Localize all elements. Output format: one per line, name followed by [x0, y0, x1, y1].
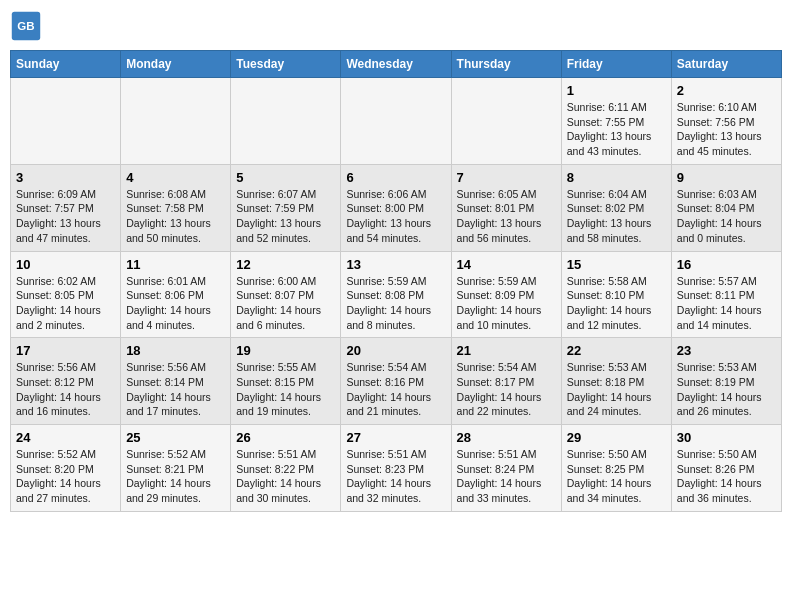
calendar-cell: 14Sunrise: 5:59 AM Sunset: 8:09 PM Dayli…: [451, 251, 561, 338]
day-number: 11: [126, 257, 225, 272]
week-row-5: 24Sunrise: 5:52 AM Sunset: 8:20 PM Dayli…: [11, 425, 782, 512]
calendar-cell: 4Sunrise: 6:08 AM Sunset: 7:58 PM Daylig…: [121, 164, 231, 251]
calendar-cell: 10Sunrise: 6:02 AM Sunset: 8:05 PM Dayli…: [11, 251, 121, 338]
week-row-1: 1Sunrise: 6:11 AM Sunset: 7:55 PM Daylig…: [11, 78, 782, 165]
calendar-cell: [11, 78, 121, 165]
calendar-body: 1Sunrise: 6:11 AM Sunset: 7:55 PM Daylig…: [11, 78, 782, 512]
page-header: GB: [10, 10, 782, 42]
day-info: Sunrise: 5:59 AM Sunset: 8:09 PM Dayligh…: [457, 274, 556, 333]
day-number: 27: [346, 430, 445, 445]
day-number: 17: [16, 343, 115, 358]
day-info: Sunrise: 6:04 AM Sunset: 8:02 PM Dayligh…: [567, 187, 666, 246]
calendar-cell: 17Sunrise: 5:56 AM Sunset: 8:12 PM Dayli…: [11, 338, 121, 425]
calendar-cell: 29Sunrise: 5:50 AM Sunset: 8:25 PM Dayli…: [561, 425, 671, 512]
day-info: Sunrise: 6:00 AM Sunset: 8:07 PM Dayligh…: [236, 274, 335, 333]
day-info: Sunrise: 5:57 AM Sunset: 8:11 PM Dayligh…: [677, 274, 776, 333]
day-info: Sunrise: 5:51 AM Sunset: 8:22 PM Dayligh…: [236, 447, 335, 506]
day-number: 23: [677, 343, 776, 358]
calendar-cell: 16Sunrise: 5:57 AM Sunset: 8:11 PM Dayli…: [671, 251, 781, 338]
day-info: Sunrise: 5:53 AM Sunset: 8:19 PM Dayligh…: [677, 360, 776, 419]
calendar-cell: 28Sunrise: 5:51 AM Sunset: 8:24 PM Dayli…: [451, 425, 561, 512]
day-number: 8: [567, 170, 666, 185]
day-info: Sunrise: 5:55 AM Sunset: 8:15 PM Dayligh…: [236, 360, 335, 419]
day-info: Sunrise: 6:08 AM Sunset: 7:58 PM Dayligh…: [126, 187, 225, 246]
calendar-cell: 11Sunrise: 6:01 AM Sunset: 8:06 PM Dayli…: [121, 251, 231, 338]
weekday-header-row: SundayMondayTuesdayWednesdayThursdayFrid…: [11, 51, 782, 78]
calendar-cell: 18Sunrise: 5:56 AM Sunset: 8:14 PM Dayli…: [121, 338, 231, 425]
calendar-cell: 3Sunrise: 6:09 AM Sunset: 7:57 PM Daylig…: [11, 164, 121, 251]
calendar-cell: 9Sunrise: 6:03 AM Sunset: 8:04 PM Daylig…: [671, 164, 781, 251]
day-info: Sunrise: 5:56 AM Sunset: 8:12 PM Dayligh…: [16, 360, 115, 419]
day-number: 12: [236, 257, 335, 272]
day-number: 13: [346, 257, 445, 272]
calendar-table: SundayMondayTuesdayWednesdayThursdayFrid…: [10, 50, 782, 512]
calendar-cell: 27Sunrise: 5:51 AM Sunset: 8:23 PM Dayli…: [341, 425, 451, 512]
calendar-cell: [341, 78, 451, 165]
day-info: Sunrise: 5:52 AM Sunset: 8:20 PM Dayligh…: [16, 447, 115, 506]
calendar-cell: 7Sunrise: 6:05 AM Sunset: 8:01 PM Daylig…: [451, 164, 561, 251]
logo-icon: GB: [10, 10, 42, 42]
day-number: 14: [457, 257, 556, 272]
day-info: Sunrise: 6:01 AM Sunset: 8:06 PM Dayligh…: [126, 274, 225, 333]
day-info: Sunrise: 6:10 AM Sunset: 7:56 PM Dayligh…: [677, 100, 776, 159]
day-number: 6: [346, 170, 445, 185]
weekday-friday: Friday: [561, 51, 671, 78]
calendar-cell: 8Sunrise: 6:04 AM Sunset: 8:02 PM Daylig…: [561, 164, 671, 251]
weekday-saturday: Saturday: [671, 51, 781, 78]
calendar-cell: 30Sunrise: 5:50 AM Sunset: 8:26 PM Dayli…: [671, 425, 781, 512]
calendar-cell: 1Sunrise: 6:11 AM Sunset: 7:55 PM Daylig…: [561, 78, 671, 165]
day-info: Sunrise: 5:56 AM Sunset: 8:14 PM Dayligh…: [126, 360, 225, 419]
day-number: 10: [16, 257, 115, 272]
day-number: 26: [236, 430, 335, 445]
weekday-tuesday: Tuesday: [231, 51, 341, 78]
calendar-cell: 13Sunrise: 5:59 AM Sunset: 8:08 PM Dayli…: [341, 251, 451, 338]
day-number: 22: [567, 343, 666, 358]
calendar-cell: 19Sunrise: 5:55 AM Sunset: 8:15 PM Dayli…: [231, 338, 341, 425]
calendar-cell: 6Sunrise: 6:06 AM Sunset: 8:00 PM Daylig…: [341, 164, 451, 251]
day-number: 1: [567, 83, 666, 98]
day-number: 18: [126, 343, 225, 358]
day-number: 30: [677, 430, 776, 445]
day-number: 29: [567, 430, 666, 445]
day-number: 25: [126, 430, 225, 445]
weekday-monday: Monday: [121, 51, 231, 78]
day-number: 20: [346, 343, 445, 358]
day-info: Sunrise: 6:03 AM Sunset: 8:04 PM Dayligh…: [677, 187, 776, 246]
day-number: 24: [16, 430, 115, 445]
day-info: Sunrise: 5:54 AM Sunset: 8:17 PM Dayligh…: [457, 360, 556, 419]
day-number: 19: [236, 343, 335, 358]
day-info: Sunrise: 5:51 AM Sunset: 8:23 PM Dayligh…: [346, 447, 445, 506]
day-info: Sunrise: 5:58 AM Sunset: 8:10 PM Dayligh…: [567, 274, 666, 333]
day-info: Sunrise: 6:02 AM Sunset: 8:05 PM Dayligh…: [16, 274, 115, 333]
day-info: Sunrise: 6:07 AM Sunset: 7:59 PM Dayligh…: [236, 187, 335, 246]
calendar-cell: 21Sunrise: 5:54 AM Sunset: 8:17 PM Dayli…: [451, 338, 561, 425]
calendar-cell: [231, 78, 341, 165]
day-number: 15: [567, 257, 666, 272]
calendar-cell: 12Sunrise: 6:00 AM Sunset: 8:07 PM Dayli…: [231, 251, 341, 338]
day-number: 2: [677, 83, 776, 98]
day-info: Sunrise: 6:09 AM Sunset: 7:57 PM Dayligh…: [16, 187, 115, 246]
day-number: 3: [16, 170, 115, 185]
day-info: Sunrise: 5:50 AM Sunset: 8:25 PM Dayligh…: [567, 447, 666, 506]
week-row-2: 3Sunrise: 6:09 AM Sunset: 7:57 PM Daylig…: [11, 164, 782, 251]
calendar-cell: 24Sunrise: 5:52 AM Sunset: 8:20 PM Dayli…: [11, 425, 121, 512]
day-info: Sunrise: 5:53 AM Sunset: 8:18 PM Dayligh…: [567, 360, 666, 419]
day-info: Sunrise: 6:05 AM Sunset: 8:01 PM Dayligh…: [457, 187, 556, 246]
calendar-cell: 15Sunrise: 5:58 AM Sunset: 8:10 PM Dayli…: [561, 251, 671, 338]
day-info: Sunrise: 6:06 AM Sunset: 8:00 PM Dayligh…: [346, 187, 445, 246]
weekday-thursday: Thursday: [451, 51, 561, 78]
calendar-cell: 5Sunrise: 6:07 AM Sunset: 7:59 PM Daylig…: [231, 164, 341, 251]
day-info: Sunrise: 6:11 AM Sunset: 7:55 PM Dayligh…: [567, 100, 666, 159]
weekday-wednesday: Wednesday: [341, 51, 451, 78]
weekday-sunday: Sunday: [11, 51, 121, 78]
logo: GB: [10, 10, 46, 42]
week-row-3: 10Sunrise: 6:02 AM Sunset: 8:05 PM Dayli…: [11, 251, 782, 338]
day-info: Sunrise: 5:59 AM Sunset: 8:08 PM Dayligh…: [346, 274, 445, 333]
day-info: Sunrise: 5:51 AM Sunset: 8:24 PM Dayligh…: [457, 447, 556, 506]
day-info: Sunrise: 5:50 AM Sunset: 8:26 PM Dayligh…: [677, 447, 776, 506]
week-row-4: 17Sunrise: 5:56 AM Sunset: 8:12 PM Dayli…: [11, 338, 782, 425]
day-info: Sunrise: 5:54 AM Sunset: 8:16 PM Dayligh…: [346, 360, 445, 419]
day-number: 5: [236, 170, 335, 185]
calendar-cell: 23Sunrise: 5:53 AM Sunset: 8:19 PM Dayli…: [671, 338, 781, 425]
day-number: 7: [457, 170, 556, 185]
